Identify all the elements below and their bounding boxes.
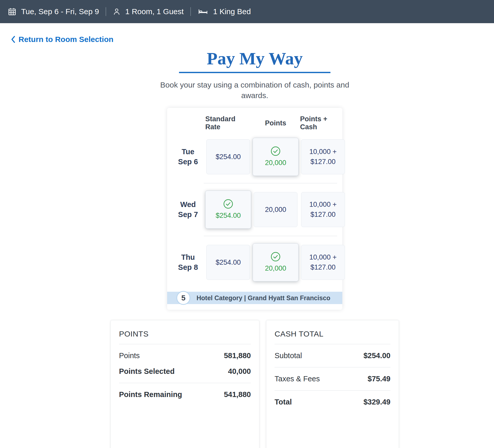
title-underline [179, 72, 330, 73]
taxes-fees-row: Taxes & Fees $75.49 [275, 375, 390, 383]
row-divider [204, 236, 337, 236]
rate-row-wed-sep-7: Wed Sep 7 $254.00 20,000 10,000 +$127.00 [172, 188, 337, 231]
occupancy-summary[interactable]: 1 Room, 1 Guest [113, 7, 184, 16]
rate-table-header: Standard Rate Points Points + Cash [172, 115, 337, 135]
column-header-points: Points [265, 119, 286, 131]
divider [119, 383, 251, 383]
column-header-points-cash: Points + Cash [300, 115, 346, 135]
person-icon [113, 7, 121, 16]
rate-row-thu-sep-8: Thu Sep 8 $254.00 20,000 10,000 +$127.00 [172, 241, 337, 284]
points-remaining-row: Points Remaining 541,880 [119, 390, 251, 399]
check-circle-icon [223, 199, 233, 209]
calendar-icon [8, 7, 16, 16]
divider [275, 367, 390, 367]
dates-label: Tue, Sep 6 - Fri, Sep 9 [21, 7, 99, 16]
divider [275, 390, 390, 391]
subtotal-row: Subtotal $254.00 [275, 351, 390, 360]
stay-summary-bar: Tue, Sep 6 - Fri, Sep 9 1 Room, 1 Guest … [0, 0, 494, 23]
total-row: Total $329.49 [275, 398, 390, 406]
chevron-left-icon [10, 36, 16, 43]
bed-label: 1 King Bed [213, 7, 251, 16]
points-summary-panel: POINTS Points 581,880 Points Selected 40… [110, 320, 259, 448]
points-row: Points 581,880 [119, 351, 251, 360]
points-selected-row: Points Selected 40,000 [119, 367, 251, 376]
standard-rate-option[interactable]: $254.00 [206, 139, 250, 174]
occupancy-label: 1 Room, 1 Guest [125, 7, 184, 16]
page-title: Pay My Way [8, 49, 494, 68]
back-link-label: Return to Room Selection [19, 35, 113, 44]
points-cash-option[interactable]: 10,000 +$127.00 [301, 139, 345, 174]
day-label: Wed Sep 7 [178, 200, 198, 220]
divider [275, 344, 390, 344]
points-option[interactable]: 20,000 [254, 192, 297, 227]
return-to-room-selection-link[interactable]: Return to Room Selection [10, 35, 113, 44]
points-panel-title: POINTS [119, 330, 251, 338]
cash-panel-title: CASH TOTAL [275, 330, 390, 338]
standard-rate-option[interactable]: $254.00 [206, 245, 250, 280]
hotel-category-badge: 5 [176, 291, 190, 305]
rate-row-tue-sep-6: Tue Sep 6 $254.00 20,000 10,000 +$127.00 [172, 135, 337, 178]
points-cash-option[interactable]: 10,000 +$127.00 [301, 245, 345, 280]
points-cash-option[interactable]: 10,000 +$127.00 [301, 192, 345, 227]
separator [106, 7, 106, 16]
points-option[interactable]: 20,000 [253, 138, 299, 176]
cash-total-panel: CASH TOTAL Subtotal $254.00 Taxes & Fees… [266, 320, 399, 448]
page-subtitle: Book your stay using a combination of ca… [152, 80, 358, 101]
divider [119, 344, 251, 344]
dates-summary[interactable]: Tue, Sep 6 - Fri, Sep 9 [8, 7, 99, 16]
bed-icon [198, 7, 208, 16]
rate-table-card: Standard Rate Points Points + Cash Tue S… [167, 108, 342, 310]
standard-rate-option[interactable]: $254.00 [205, 191, 251, 229]
bed-summary[interactable]: 1 King Bed [198, 7, 251, 16]
hotel-category-label: Hotel Category | Grand Hyatt San Francis… [197, 294, 330, 302]
hotel-category-bar: 5 Hotel Category | Grand Hyatt San Franc… [167, 292, 342, 304]
title-section: Pay My Way Book your stay using a combin… [8, 49, 494, 101]
points-option[interactable]: 20,000 [253, 243, 299, 281]
day-label: Thu Sep 8 [178, 252, 198, 272]
row-divider [204, 183, 337, 183]
separator [190, 7, 191, 16]
pay-my-way-page: Return to Room Selection Pay My Way Book… [0, 23, 494, 448]
check-circle-icon [270, 252, 281, 262]
summary-section: POINTS Points 581,880 Points Selected 40… [110, 320, 399, 448]
day-label: Tue Sep 6 [178, 147, 198, 167]
check-circle-icon [270, 146, 281, 156]
column-header-standard-rate: Standard Rate [205, 115, 251, 135]
